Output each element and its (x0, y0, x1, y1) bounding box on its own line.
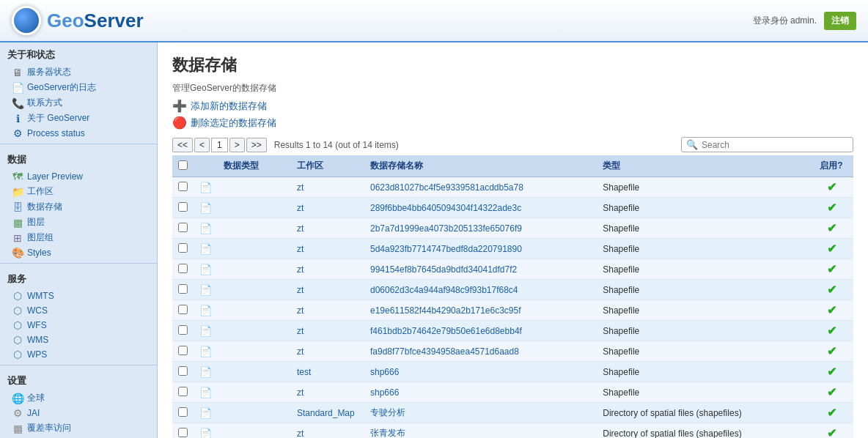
workspace-link[interactable]: zt (297, 387, 304, 398)
sidebar-item-wps[interactable]: ⬡ WPS (0, 347, 157, 362)
search-input[interactable] (702, 140, 848, 150)
logout-button[interactable]: 注销 (824, 12, 856, 30)
workspace-link[interactable]: zt (297, 326, 304, 336)
workspace-link[interactable]: zt (297, 346, 304, 357)
sidebar-item-jai[interactable]: ⚙ JAI (0, 406, 157, 420)
name-link[interactable]: 专驶分析 (370, 407, 405, 417)
row-name: d06062d3c4a944af948c9f93b17f68c4 (364, 280, 597, 300)
table-row: 📄ztshp666Shapefile✔ (172, 382, 853, 403)
enabled-checkmark: ✔ (827, 242, 836, 255)
sidebar-item-wfs[interactable]: ⬡ WFS (0, 318, 157, 333)
row-checkbox[interactable] (178, 202, 188, 212)
row-checkbox[interactable] (178, 346, 188, 355)
name-link[interactable]: 0623d81027bc4f5e9339581acddb5a78 (370, 182, 523, 193)
select-all-checkbox[interactable] (178, 160, 188, 170)
row-datatype (218, 177, 291, 198)
row-workspace: zt (291, 382, 364, 403)
app-layout: 关于和状态 🖥 服务器状态 📄 GeoServer的日志 📞 联系方式 ℹ 关于… (0, 42, 868, 438)
row-datatype (218, 280, 291, 300)
row-checkbox[interactable] (178, 325, 188, 335)
row-datatype (218, 300, 291, 321)
table-row: 📄ztd06062d3c4a944af948c9f93b17f68c4Shape… (172, 280, 853, 300)
table-row: 📄zt994154ef8b7645da9bdfd34041dfd7f2Shape… (172, 259, 853, 280)
sidebar-section-about: 关于和状态 (0, 42, 157, 64)
name-link[interactable]: e19e611582f44b4290a2b171e6c3c95f (370, 305, 521, 316)
name-link[interactable]: 2b7a7d1999ea4073b205133fe65076f9 (370, 223, 522, 234)
enabled-checkmark: ✔ (827, 304, 836, 316)
name-link[interactable]: d06062d3c4a944af948c9f93b17f68c4 (370, 285, 518, 295)
row-name: 994154ef8b7645da9bdfd34041dfd7f2 (364, 259, 597, 280)
workspace-link[interactable]: Standard_Map (297, 408, 355, 418)
enabled-checkmark: ✔ (827, 181, 836, 193)
pag-next-button[interactable]: > (229, 138, 245, 152)
workspace-link[interactable]: zt (297, 203, 304, 213)
sidebar-item-layer-preview[interactable]: 🗺 Layer Preview (0, 169, 157, 184)
row-checkbox[interactable] (178, 264, 188, 273)
row-name: shp666 (364, 382, 597, 403)
sidebar-item-server-status[interactable]: 🖥 服务器状态 (0, 64, 157, 80)
workspace-link[interactable]: zt (297, 223, 304, 234)
workspace-link[interactable]: zt (297, 244, 304, 254)
file-icon: 📄 (199, 284, 212, 296)
name-link[interactable]: shp666 (370, 387, 399, 398)
row-checkbox[interactable] (178, 305, 188, 314)
table-body: 📄zt0623d81027bc4f5e9339581acddb5a78Shape… (172, 177, 853, 439)
pag-first-button[interactable]: << (172, 138, 193, 152)
sidebar-item-process-status[interactable]: ⚙ Process status (0, 126, 157, 141)
delete-datastore-link[interactable]: 🔴 删除选定的数据存储 (172, 116, 853, 130)
sidebar-item-layergroups[interactable]: ⊞ 图层组 (0, 230, 157, 245)
add-datastore-link[interactable]: ➕ 添加新的数据存储 (172, 99, 853, 113)
name-link[interactable]: 张青发布 (370, 428, 405, 438)
row-workspace: zt (291, 198, 364, 218)
row-datatype (218, 341, 291, 362)
row-enabled: ✔ (809, 177, 853, 198)
sidebar-item-wms[interactable]: ⬡ WMS (0, 333, 157, 347)
name-link[interactable]: 5d4a923fb7714747bedf8da220791890 (370, 244, 522, 254)
row-datatype (218, 321, 291, 341)
sidebar-item-datastores[interactable]: 🗄 数据存储 (0, 199, 157, 215)
row-enabled: ✔ (809, 300, 853, 321)
workspace-link[interactable]: zt (297, 428, 304, 439)
row-enabled: ✔ (809, 239, 853, 259)
name-link[interactable]: shp666 (370, 367, 399, 377)
row-checkbox[interactable] (178, 428, 188, 437)
pag-last-button[interactable]: >> (246, 138, 267, 152)
row-name: 0623d81027bc4f5e9339581acddb5a78 (364, 177, 597, 198)
name-link[interactable]: f461bdb2b74642e79b50e61e6d8ebb4f (370, 326, 522, 336)
sidebar-item-about[interactable]: ℹ 关于 GeoServer (0, 111, 157, 126)
user-label: 登录身份 admin. (753, 15, 817, 27)
sidebar-item-contact[interactable]: 📞 联系方式 (0, 95, 157, 111)
sidebar-item-wmts[interactable]: ⬡ WMTS (0, 289, 157, 303)
row-checkbox[interactable] (178, 366, 188, 376)
sidebar-item-global[interactable]: 🌐 全球 (0, 390, 157, 406)
workspace-link[interactable]: zt (297, 182, 304, 193)
sidebar-item-layers[interactable]: ▦ 图层 (0, 215, 157, 230)
workspace-link[interactable]: test (297, 367, 311, 377)
row-checkbox[interactable] (178, 387, 188, 396)
row-type: Shapefile (597, 259, 809, 280)
pag-prev-button[interactable]: < (194, 138, 210, 152)
result-info: Results 1 to 14 (out of 14 items) (274, 140, 399, 150)
name-link[interactable]: fa9d8f77bfce4394958aea4571d6aad8 (370, 346, 519, 357)
workspace-link[interactable]: zt (297, 264, 304, 275)
row-type: Shapefile (597, 341, 809, 362)
row-checkbox[interactable] (178, 243, 188, 253)
row-type: Directory of spatial files (shapefiles) (597, 423, 809, 439)
workspace-link[interactable]: zt (297, 305, 304, 316)
row-checkbox[interactable] (178, 182, 188, 191)
enabled-checkmark: ✔ (827, 324, 836, 337)
sidebar-item-styles[interactable]: 🎨 Styles (0, 245, 157, 260)
grid-icon: ▦ (12, 423, 23, 434)
row-checkbox[interactable] (178, 407, 188, 417)
sidebar-item-wcs[interactable]: ⬡ WCS (0, 303, 157, 318)
workspace-link[interactable]: zt (297, 285, 304, 295)
sidebar-item-workspaces[interactable]: 📁 工作区 (0, 184, 157, 199)
name-link[interactable]: 994154ef8b7645da9bdfd34041dfd7f2 (370, 264, 517, 275)
row-checkbox[interactable] (178, 223, 188, 232)
sidebar-item-log[interactable]: 📄 GeoServer的日志 (0, 80, 157, 95)
row-checkbox[interactable] (178, 284, 188, 294)
name-link[interactable]: 289f6bbe4bb6405094304f14322ade3c (370, 203, 521, 213)
sidebar-item-coverage[interactable]: ▦ 覆差率访问 (0, 420, 157, 436)
jai-icon: ⚙ (12, 407, 23, 419)
row-workspace: zt (291, 177, 364, 198)
